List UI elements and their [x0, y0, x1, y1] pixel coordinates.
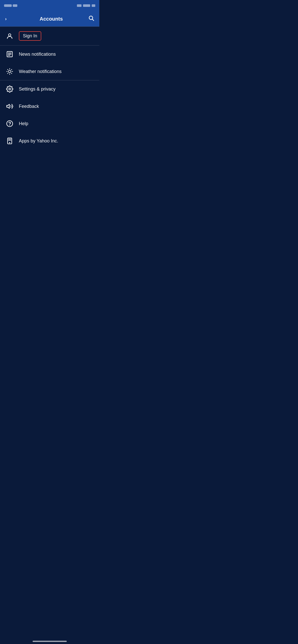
feedback-item[interactable]: Feedback [0, 98, 99, 115]
news-notifications-item[interactable]: News notifications [0, 46, 99, 63]
sign-in-item[interactable]: Sign In [0, 27, 99, 45]
header-title: Accounts [14, 16, 88, 22]
settings-icon [6, 85, 19, 93]
status-bar [0, 0, 99, 11]
time-indicator [83, 4, 90, 7]
apps-yahoo-label: Apps by Yahoo Inc. [19, 138, 58, 144]
svg-point-7 [8, 70, 11, 72]
status-bar-right [77, 4, 95, 7]
wifi-bar [13, 4, 17, 7]
battery-level [92, 4, 95, 7]
settings-privacy-label: Settings & privacy [19, 86, 56, 92]
help-icon [6, 120, 19, 127]
weather-notifications-item[interactable]: Weather notifications [0, 63, 99, 80]
settings-privacy-item[interactable]: Settings & privacy [0, 80, 99, 98]
svg-point-16 [9, 88, 11, 90]
search-icon[interactable] [88, 15, 94, 23]
svg-line-14 [8, 73, 8, 74]
help-label: Help [19, 121, 28, 126]
user-icon [6, 33, 19, 40]
help-item[interactable]: Help [0, 115, 99, 132]
svg-line-13 [11, 73, 12, 74]
battery-indicator [77, 4, 82, 7]
header-right-icons [88, 15, 94, 23]
svg-point-23 [9, 142, 10, 143]
signal-bar [4, 4, 12, 7]
svg-marker-17 [7, 104, 9, 108]
weather-icon [6, 68, 19, 75]
sign-in-label: Sign In [23, 33, 37, 38]
svg-line-15 [11, 69, 12, 70]
svg-point-2 [8, 34, 11, 36]
weather-notifications-label: Weather notifications [19, 69, 62, 74]
apps-icon [6, 137, 19, 144]
svg-line-1 [92, 19, 94, 21]
sign-in-box[interactable]: Sign In [19, 31, 41, 41]
news-notifications-label: News notifications [19, 52, 56, 57]
news-icon [6, 51, 19, 58]
svg-point-21 [9, 125, 10, 125]
header: › Accounts [0, 11, 99, 26]
back-chevron[interactable]: › [5, 16, 7, 22]
svg-line-12 [8, 69, 8, 70]
feedback-icon [6, 103, 19, 110]
feedback-label: Feedback [19, 104, 39, 109]
status-bar-left [4, 4, 17, 7]
apps-yahoo-item[interactable]: Apps by Yahoo Inc. [0, 132, 99, 150]
